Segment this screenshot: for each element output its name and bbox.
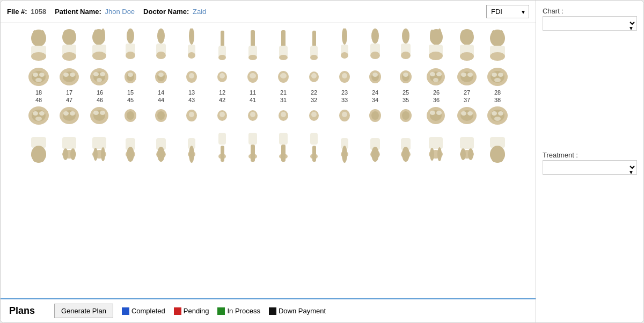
- tooth-46-occlusal[interactable]: [85, 104, 115, 127]
- tooth-34-lower[interactable]: [361, 127, 390, 164]
- tooth-35-occlusal[interactable]: [391, 104, 421, 127]
- tooth-37-occlusal[interactable]: [452, 104, 482, 127]
- tooth-25-upper[interactable]: [391, 28, 421, 65]
- num-38: 38: [483, 97, 513, 103]
- tooth-36-lower[interactable]: [422, 127, 451, 164]
- legend-inprocess-label: In Process: [227, 307, 260, 315]
- tooth-46-lower[interactable]: [85, 127, 115, 164]
- tooth-35-lower[interactable]: [391, 127, 421, 164]
- num-21: 21: [269, 89, 298, 96]
- tooth-27-occlusal[interactable]: [452, 65, 482, 89]
- svg-point-4: [31, 52, 46, 61]
- tooth-36-occlusal[interactable]: [422, 104, 451, 127]
- chart-select[interactable]: [543, 16, 637, 31]
- svg-point-144: [402, 111, 409, 120]
- tooth-13-occlusal[interactable]: [177, 65, 207, 89]
- tooth-41-lower[interactable]: [238, 127, 268, 164]
- num-11: 11: [238, 89, 268, 96]
- tooth-47-occlusal[interactable]: [55, 104, 84, 127]
- fdi-select[interactable]: FDI: [486, 5, 529, 18]
- svg-point-162: [31, 146, 46, 163]
- tooth-11-upper[interactable]: [238, 28, 268, 65]
- tooth-21-upper[interactable]: [269, 28, 298, 65]
- tooth-17-upper[interactable]: [55, 28, 84, 65]
- tooth-33-lower[interactable]: [330, 127, 360, 164]
- tooth-37-lower[interactable]: [452, 127, 482, 164]
- tooth-24-upper[interactable]: [361, 28, 390, 65]
- tooth-28-occlusal[interactable]: [483, 65, 513, 89]
- tooth-21-occlusal[interactable]: [269, 65, 298, 89]
- svg-rect-30: [281, 30, 286, 47]
- svg-point-14: [92, 52, 106, 60]
- svg-rect-168: [92, 137, 106, 149]
- tooth-11-occlusal[interactable]: [238, 65, 268, 89]
- tooth-15-upper[interactable]: [116, 28, 145, 65]
- tooth-12-occlusal[interactable]: [208, 65, 237, 89]
- tooth-43-lower[interactable]: [177, 127, 207, 164]
- svg-point-208: [468, 148, 473, 160]
- tooth-32-lower[interactable]: [299, 127, 329, 164]
- tooth-14-upper[interactable]: [147, 28, 176, 65]
- num-33: 33: [330, 97, 360, 103]
- legend-completed-box: [122, 307, 129, 315]
- tooth-22-upper[interactable]: [299, 28, 329, 65]
- treatment-select-wrapper[interactable]: [543, 160, 637, 183]
- tooth-38-lower[interactable]: [483, 127, 513, 164]
- tooth-26-upper[interactable]: [422, 28, 451, 65]
- tooth-42-occlusal[interactable]: [208, 104, 237, 127]
- svg-rect-181: [218, 133, 226, 145]
- tooth-26-occlusal[interactable]: [422, 65, 451, 89]
- tooth-44-lower[interactable]: [147, 127, 176, 164]
- tooth-33-occlusal[interactable]: [330, 104, 360, 127]
- chart-select-wrapper[interactable]: [543, 16, 637, 39]
- tooth-17-occlusal[interactable]: [55, 65, 84, 89]
- svg-point-142: [371, 111, 379, 120]
- svg-point-155: [492, 111, 497, 116]
- tooth-15-occlusal[interactable]: [116, 65, 145, 89]
- tooth-13-upper[interactable]: [177, 28, 207, 65]
- tooth-24-occlusal[interactable]: [361, 65, 390, 89]
- svg-point-79: [158, 73, 164, 77]
- tooth-14-occlusal[interactable]: [147, 65, 176, 89]
- tooth-22-occlusal[interactable]: [299, 65, 329, 89]
- tooth-18-upper[interactable]: [24, 28, 54, 65]
- tooth-16-upper[interactable]: [85, 28, 115, 65]
- tooth-12-upper[interactable]: [208, 28, 237, 65]
- tooth-23-occlusal[interactable]: [330, 65, 360, 89]
- svg-point-136: [281, 112, 286, 117]
- tooth-25-occlusal[interactable]: [391, 65, 421, 89]
- svg-rect-206: [460, 137, 474, 149]
- tooth-44-occlusal[interactable]: [147, 104, 176, 127]
- tooth-42-lower[interactable]: [208, 127, 237, 164]
- tooth-31-occlusal[interactable]: [269, 104, 298, 127]
- svg-point-42: [402, 28, 409, 44]
- svg-point-200: [402, 147, 409, 162]
- svg-point-156: [498, 111, 503, 116]
- svg-point-173: [127, 147, 134, 162]
- tooth-43-occlusal[interactable]: [177, 104, 207, 127]
- tooth-45-lower[interactable]: [116, 127, 145, 164]
- tooth-45-occlusal[interactable]: [116, 104, 145, 127]
- svg-point-130: [189, 112, 194, 117]
- tooth-18-occlusal[interactable]: [24, 65, 54, 89]
- tooth-28-upper[interactable]: [483, 28, 513, 65]
- tooth-32-occlusal[interactable]: [299, 104, 329, 127]
- svg-point-114: [33, 111, 38, 116]
- treatment-select[interactable]: [543, 160, 637, 175]
- svg-point-15: [127, 28, 134, 44]
- tooth-38-occlusal[interactable]: [483, 104, 513, 127]
- fdi-select-wrapper[interactable]: FDI: [486, 5, 529, 18]
- tooth-27-upper[interactable]: [452, 28, 482, 65]
- tooth-16-occlusal[interactable]: [85, 65, 115, 89]
- legend-pending-label: Pending: [184, 307, 209, 315]
- svg-point-46: [430, 30, 434, 42]
- tooth-47-lower[interactable]: [55, 127, 84, 164]
- tooth-23-upper[interactable]: [330, 28, 360, 65]
- num-23: 23: [330, 89, 360, 96]
- tooth-31-lower[interactable]: [269, 127, 298, 164]
- tooth-48-occlusal[interactable]: [24, 104, 54, 127]
- tooth-48-lower[interactable]: [24, 127, 54, 164]
- tooth-41-occlusal[interactable]: [238, 104, 268, 127]
- tooth-34-occlusal[interactable]: [361, 104, 390, 127]
- generate-plan-button[interactable]: Generate Plan: [54, 304, 113, 318]
